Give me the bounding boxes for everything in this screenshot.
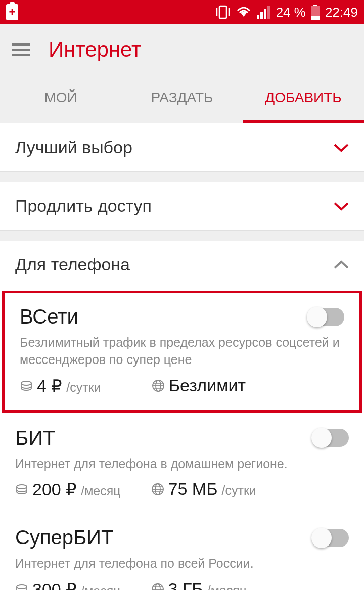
price-value: 4 ₽ (37, 376, 62, 396)
tab-share[interactable]: РАЗДАТЬ (121, 75, 243, 123)
price-value: 200 ₽ (32, 479, 77, 500)
option-desc: Безлимитный трафик в пределах ресурсов с… (20, 334, 344, 369)
section-title: Для телефона (15, 255, 130, 275)
stat-price: 200 ₽ /месяц (15, 479, 121, 500)
svg-rect-3 (257, 15, 259, 19)
option-card-vseti[interactable]: ВСети Безлимитный трафик в пределах ресу… (2, 291, 362, 413)
tab-add[interactable]: ДОБАВИТЬ (243, 75, 364, 123)
chevron-up-icon (334, 257, 349, 273)
coins-icon (15, 483, 28, 496)
section-row-best-choice[interactable]: Лучший выбор (0, 123, 364, 171)
coins-icon (20, 379, 33, 392)
section-title: Продлить доступ (15, 196, 152, 216)
svg-rect-9 (311, 16, 320, 20)
data-value: Безлимит (169, 376, 246, 395)
stat-price: 4 ₽ /сутки (20, 376, 101, 396)
status-left (6, 4, 18, 20)
wifi-icon (236, 6, 252, 19)
stat-data: 3 ГБ /месяц (151, 579, 247, 590)
toggle-switch[interactable] (312, 429, 349, 447)
section-best-choice: Лучший выбор (0, 123, 364, 172)
svg-rect-6 (267, 6, 270, 19)
vibrate-icon (215, 5, 231, 19)
svg-rect-5 (264, 9, 266, 19)
option-desc: Интернет для телефона по всей России. (15, 555, 349, 572)
option-card-superbit[interactable]: СуперБИТ Интернет для телефона по всей Р… (0, 514, 364, 590)
svg-point-16 (17, 485, 27, 489)
data-unit: /сутки (222, 483, 256, 498)
globe-icon (152, 379, 165, 392)
stat-data: 75 МБ /сутки (151, 479, 256, 500)
signal-icon (257, 6, 271, 19)
menu-icon[interactable] (12, 43, 30, 56)
price-unit: /месяц (81, 584, 120, 590)
svg-point-22 (17, 585, 27, 589)
data-value: 3 ГБ (168, 579, 203, 590)
section-row-for-phone[interactable]: Для телефона (0, 241, 364, 289)
data-value: 75 МБ (168, 479, 218, 499)
page-title: Интернет (49, 37, 141, 62)
tab-my[interactable]: МОЙ (0, 75, 121, 123)
clock: 22:49 (325, 5, 358, 20)
price-unit: /месяц (81, 484, 120, 498)
section-title: Лучший выбор (15, 138, 132, 157)
stat-data: Безлимит (152, 376, 246, 396)
coins-icon (15, 583, 28, 590)
battery-percent: 24 % (276, 5, 306, 20)
option-name: СуперБИТ (15, 526, 113, 549)
data-unit: /месяц (207, 583, 247, 590)
section-extend: Продлить доступ (0, 182, 364, 231)
svg-rect-0 (219, 6, 226, 18)
toggle-switch[interactable] (312, 529, 349, 547)
tabs: МОЙ РАЗДАТЬ ДОБАВИТЬ (0, 75, 364, 123)
app-header: Интернет (0, 24, 364, 75)
section-for-phone: Для телефона ВСети Безлимитный трафик в … (0, 241, 364, 590)
price-unit: /сутки (66, 380, 101, 395)
battery-saver-icon (6, 4, 18, 20)
svg-point-10 (21, 381, 31, 385)
globe-icon (151, 483, 164, 496)
stat-price: 300 ₽ /месяц (15, 579, 121, 590)
option-name: ВСети (20, 305, 78, 328)
battery-icon (311, 5, 320, 20)
chevron-down-icon (334, 140, 349, 155)
price-value: 300 ₽ (32, 579, 77, 590)
globe-icon (151, 583, 164, 590)
status-right: 24 % 22:49 (215, 5, 358, 20)
toggle-switch[interactable] (308, 308, 344, 326)
svg-rect-4 (260, 12, 263, 19)
chevron-down-icon (334, 199, 349, 214)
option-name: БИТ (15, 427, 55, 449)
option-desc: Интернет для телефона в домашнем регионе… (15, 456, 349, 473)
section-row-extend[interactable]: Продлить доступ (0, 182, 364, 230)
svg-rect-7 (313, 5, 317, 6)
status-bar: 24 % 22:49 (0, 0, 364, 24)
option-card-bit[interactable]: БИТ Интернет для телефона в домашнем рег… (0, 415, 364, 515)
